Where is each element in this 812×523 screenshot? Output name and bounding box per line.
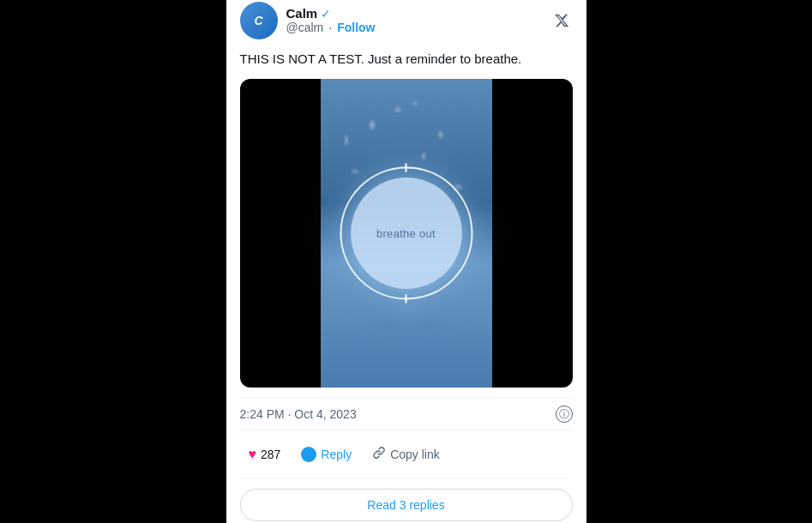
breathe-text: breathe out [376,227,436,240]
like-count: 287 [261,448,280,461]
reply-icon [301,447,316,462]
reply-label: Reply [321,448,352,461]
account-info: Calm ✓ @calm · Follow [286,6,376,34]
account-name-row: Calm ✓ [286,6,376,21]
verified-icon: ✓ [321,7,331,21]
copy-link-label: Copy link [390,448,440,461]
read-replies-button[interactable]: Read 3 replies [240,489,573,521]
tweet-timestamp: 2:24 PM · Oct 4, 2023 [240,407,357,421]
reply-button[interactable]: Reply [292,442,360,467]
tweet-text: THIS IS NOT A TEST. Just a reminder to b… [240,50,573,69]
tweet-actions: ♥ 287 Reply Copy link [240,441,573,478]
copy-icon [372,446,386,462]
copy-link-button[interactable]: Copy link [364,441,448,467]
tweet-header-left: C Calm ✓ @calm · Follow [240,2,376,39]
follow-link[interactable]: Follow [337,21,375,34]
account-handle-row: @calm · Follow [286,21,376,34]
tweet-card: C Calm ✓ @calm · Follow THIS IS NOT A TE… [226,0,586,523]
tweet-header: C Calm ✓ @calm · Follow [240,2,573,39]
account-name[interactable]: Calm [286,6,318,21]
info-button[interactable]: ⓘ [556,406,573,423]
dot-separator: · [328,21,332,34]
timestamp-row: 2:24 PM · Oct 4, 2023 ⓘ [240,398,573,430]
heart-icon: ♥ [249,447,257,462]
x-icon [554,13,569,28]
avatar-initials: C [254,14,262,27]
avatar[interactable]: C [240,2,278,39]
media-inner: breathe out [321,79,492,388]
account-handle: @calm [286,21,324,34]
media-container: breathe out [240,79,573,388]
like-button[interactable]: ♥ 287 [240,442,290,467]
close-button[interactable] [550,9,573,32]
